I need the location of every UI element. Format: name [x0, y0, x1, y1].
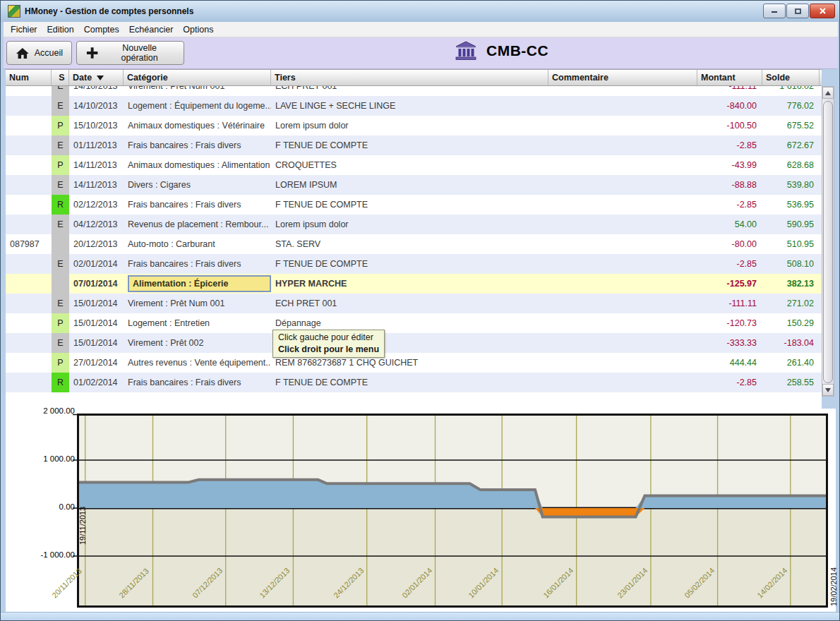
cell-solde: 590.95	[762, 215, 820, 234]
table-row[interactable]: E14/10/2013Logement : Équipement du loge…	[6, 96, 822, 116]
table-row[interactable]: R02/12/2013Frais bancaires : Frais diver…	[6, 195, 822, 215]
column-header-date[interactable]: Date	[69, 70, 124, 85]
close-button[interactable]	[810, 4, 835, 18]
cell-montant: -2.85	[697, 254, 762, 274]
cell-montant: -111.11	[697, 86, 762, 96]
column-header-solde[interactable]: Solde	[762, 70, 820, 85]
table-row[interactable]: E01/11/2013Frais bancaires : Frais diver…	[6, 135, 822, 155]
cell-tiers: Lorem ipsum dolor	[271, 116, 548, 135]
table-row[interactable]: P15/01/2014Logement : EntretienDépannage…	[6, 313, 822, 333]
cell-num	[6, 333, 52, 353]
column-header-num[interactable]: Num	[6, 70, 52, 85]
cell-montant: 444.44	[697, 353, 762, 373]
cell-categorie: Alimentation : Épicerie	[124, 274, 271, 294]
vertical-scrollbar[interactable]	[822, 86, 834, 397]
sort-descending-icon	[97, 76, 104, 80]
menu-item-edition[interactable]: Edition	[47, 25, 74, 35]
cell-tiers: ECH PRET 001	[271, 294, 548, 313]
cell-tiers: STA. SERV	[271, 234, 548, 254]
menu-bar: FichierEditionComptesEchéancierOptions	[4, 22, 838, 37]
cell-status	[52, 234, 69, 254]
app-icon	[8, 5, 20, 18]
maximize-icon	[794, 8, 802, 15]
column-header-tiers[interactable]: Tiers	[271, 70, 548, 85]
menu-item-fichier[interactable]: Fichier	[11, 25, 37, 35]
column-header-categorie[interactable]: Catégorie	[124, 70, 271, 85]
home-button[interactable]: Accueil	[6, 41, 72, 65]
scroll-up-button[interactable]	[822, 87, 834, 99]
table-row[interactable]: E04/12/2013Revenus de placement : Rembou…	[6, 215, 822, 234]
cell-solde: 261.40	[762, 353, 820, 373]
account-header: CMB-CC	[455, 41, 548, 61]
column-header-s[interactable]: S	[52, 70, 69, 85]
cell-num	[6, 96, 52, 116]
cell-date: 02/01/2014	[69, 254, 124, 274]
bank-icon	[455, 41, 476, 61]
cell-status: R	[52, 195, 69, 215]
table-row[interactable]: E15/01/2014Virement : Prêt Num 001ECH PR…	[6, 294, 822, 313]
cell-montant: -120.73	[697, 313, 762, 333]
cell-commentaire	[548, 86, 697, 96]
table-row[interactable]: E14/10/2013Virement : Prêt Num 001ECH PR…	[6, 86, 822, 96]
cell-date: 20/12/2013	[69, 234, 124, 254]
cell-date: 27/01/2014	[69, 353, 124, 373]
cell-tiers: ECH PRET 001	[271, 86, 548, 96]
balance-chart: 2 000.001 000.000.00-1 000.0020/11/20132…	[6, 409, 836, 612]
table-row[interactable]: P15/10/2013Animaux domestiques : Vétérin…	[6, 116, 822, 135]
cell-commentaire	[548, 333, 697, 353]
home-button-label: Accueil	[35, 48, 63, 58]
column-header-commentaire[interactable]: Commentaire	[548, 70, 697, 85]
cell-status: E	[52, 135, 69, 155]
cell-tiers: F TENUE DE COMPTE	[271, 373, 548, 392]
table-row[interactable]: P14/11/2013Animaux domestiques : Aliment…	[6, 155, 822, 175]
menu-item-comptes[interactable]: Comptes	[84, 25, 119, 35]
title-bar[interactable]: HMoney - Gestion de comptes personnels	[1, 1, 840, 22]
scroll-down-button[interactable]	[822, 384, 834, 396]
cell-tiers: F TENUE DE COMPTE	[271, 195, 548, 215]
cell-status: E	[52, 294, 69, 313]
cell-commentaire	[548, 353, 697, 373]
scrollbar-thumb[interactable]	[823, 101, 833, 383]
cell-montant: 54.00	[697, 215, 762, 234]
y-axis-tick-label: 0.00	[18, 502, 75, 511]
cell-categorie: Frais bancaires : Frais divers	[124, 135, 271, 155]
y-axis-tick-label: 1 000.00	[18, 454, 75, 463]
menu-item-options[interactable]: Options	[183, 25, 213, 35]
table-row[interactable]: E15/01/2014Virement : Prêt 002E-333.33-1…	[6, 333, 822, 353]
category-edit-box[interactable]: Alimentation : Épicerie	[128, 275, 271, 292]
cell-num	[6, 313, 52, 333]
new-operation-button-label: Nouvelle opération	[104, 43, 175, 63]
maximize-button[interactable]	[786, 4, 809, 18]
table-row[interactable]: E14/11/2013Divers : CigaresLOREM IPSUM-8…	[6, 175, 822, 195]
cell-solde: 675.52	[762, 116, 820, 135]
tooltip-line-2: Click droit pour le menu	[278, 344, 379, 356]
cell-num	[6, 135, 52, 155]
y-axis-tick-label: -1 000.00	[18, 550, 75, 559]
cell-status: E	[52, 86, 69, 96]
column-header-label: Commentaire	[552, 73, 608, 83]
cell-date: 01/11/2013	[69, 135, 124, 155]
table-row[interactable]: 08798720/12/2013Auto-moto : CarburantSTA…	[6, 234, 822, 254]
cell-montant: -43.99	[697, 155, 762, 175]
cell-montant: -840.00	[697, 96, 762, 116]
minimize-button[interactable]	[763, 4, 786, 18]
column-header-label: Tiers	[275, 73, 296, 83]
cell-solde: 536.95	[762, 195, 820, 215]
cell-solde: 271.02	[762, 294, 820, 313]
table-row[interactable]: E02/01/2014Frais bancaires : Frais diver…	[6, 254, 822, 274]
cell-montant: -2.85	[697, 195, 762, 215]
new-operation-button[interactable]: Nouvelle opération	[76, 41, 184, 65]
column-header-montant[interactable]: Montant	[697, 70, 762, 85]
cell-solde: 1 616.02	[762, 86, 820, 96]
table-row[interactable]: 07/01/2014Alimentation : ÉpicerieHYPER M…	[6, 274, 822, 294]
home-icon	[16, 47, 30, 60]
table-row[interactable]: R01/02/2014Frais bancaires : Frais diver…	[6, 373, 822, 392]
menu-item-echeancier[interactable]: Echéancier	[129, 25, 174, 35]
cell-commentaire	[548, 215, 697, 234]
column-header-label: Solde	[766, 73, 790, 83]
table-header: NumSDateCatégorieTiersCommentaireMontant…	[6, 69, 822, 86]
cell-montant: -88.88	[697, 175, 762, 195]
cell-solde: 510.95	[762, 234, 820, 254]
minimize-icon	[771, 8, 778, 14]
table-row[interactable]: P27/01/2014Autres revenus : Vente équipe…	[6, 353, 822, 373]
